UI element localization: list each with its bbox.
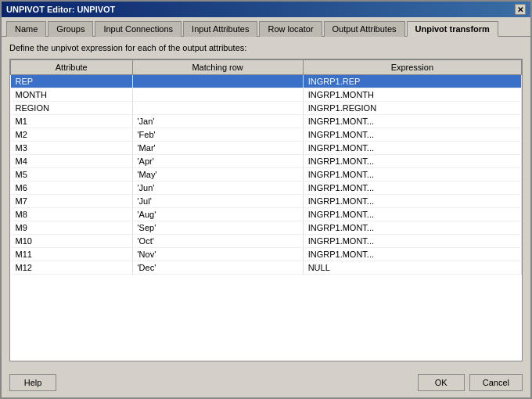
cell-attribute: M12 (11, 261, 133, 275)
cancel-button[interactable]: Cancel (469, 374, 523, 391)
cell-expression: INGRP1.MONT... (303, 221, 521, 235)
cell-attribute: M2 (11, 128, 133, 142)
table-row[interactable]: M10'Oct'INGRP1.MONT... (11, 235, 522, 248)
cell-matching-row: 'Apr' (132, 155, 303, 168)
cell-matching-row (132, 75, 303, 88)
table-row[interactable]: M5'May'INGRP1.MONT... (11, 168, 522, 182)
cell-attribute: M6 (11, 182, 133, 195)
cell-attribute: M8 (11, 208, 133, 221)
cell-attribute: M5 (11, 168, 133, 182)
table-row[interactable]: M9'Sep'INGRP1.MONT... (11, 221, 522, 235)
ok-button[interactable]: OK (418, 374, 465, 391)
cell-attribute: M4 (11, 155, 133, 168)
help-button[interactable]: Help (9, 374, 56, 391)
cell-matching-row (132, 88, 303, 102)
cell-expression: INGRP1.MONT... (303, 168, 521, 182)
cell-matching-row (132, 102, 303, 115)
cell-expression: INGRP1.MONT... (303, 235, 521, 248)
tab-output-attributes[interactable]: Output Attributes (324, 21, 405, 37)
cell-expression: INGRP1.MONT... (303, 248, 521, 261)
close-button[interactable]: ✕ (515, 4, 526, 15)
description-text: Define the unpivot expression for each o… (9, 43, 523, 52)
cell-matching-row: 'Jun' (132, 182, 303, 195)
cell-attribute: MONTH (11, 88, 133, 102)
cell-matching-row: 'Sep' (132, 221, 303, 235)
cell-attribute: M1 (11, 115, 133, 128)
cell-matching-row: 'Jan' (132, 115, 303, 128)
table-row[interactable]: REPINGRP1.REP (11, 75, 522, 88)
table-row[interactable]: M2'Feb'INGRP1.MONT... (11, 128, 522, 142)
cell-attribute: M9 (11, 221, 133, 235)
tab-row-locator[interactable]: Row locator (259, 21, 322, 37)
cell-matching-row: 'Mar' (132, 142, 303, 155)
cell-expression: INGRP1.MONT... (303, 128, 521, 142)
tab-input-connections[interactable]: Input Connections (95, 21, 182, 37)
cell-matching-row: 'Jul' (132, 195, 303, 208)
cell-attribute: M11 (11, 248, 133, 261)
tab-name[interactable]: Name (6, 21, 46, 37)
cell-attribute: M3 (11, 142, 133, 155)
attributes-table-container[interactable]: Attribute Matching row Expression REPING… (9, 59, 523, 361)
table-row[interactable]: M4'Apr'INGRP1.MONT... (11, 155, 522, 168)
title-bar: UNPIVOT Editor: UNPIVOT ✕ (2, 2, 530, 17)
cell-expression: INGRP1.REP (303, 75, 521, 88)
cell-matching-row: 'Oct' (132, 235, 303, 248)
table-row[interactable]: M7'Jul'INGRP1.MONT... (11, 195, 522, 208)
table-row[interactable]: M1'Jan'INGRP1.MONT... (11, 115, 522, 128)
col-header-matching-row: Matching row (132, 60, 303, 75)
footer-right: OK Cancel (418, 374, 523, 391)
table-row[interactable]: M6'Jun'INGRP1.MONT... (11, 182, 522, 195)
footer: Help OK Cancel (2, 368, 530, 397)
table-row[interactable]: M3'Mar'INGRP1.MONT... (11, 142, 522, 155)
col-header-attribute: Attribute (11, 60, 133, 75)
cell-expression: INGRP1.MONT... (303, 182, 521, 195)
tab-input-attributes[interactable]: Input Attributes (183, 21, 257, 37)
cell-matching-row: 'Feb' (132, 128, 303, 142)
cell-expression: INGRP1.MONT... (303, 142, 521, 155)
attributes-table: Attribute Matching row Expression REPING… (10, 59, 522, 275)
cell-matching-row: 'Dec' (132, 261, 303, 275)
cell-expression: INGRP1.MONT... (303, 155, 521, 168)
cell-attribute: M7 (11, 195, 133, 208)
cell-expression: INGRP1.REGION (303, 102, 521, 115)
table-row[interactable]: MONTHINGRP1.MONTH (11, 88, 522, 102)
col-header-expression: Expression (303, 60, 521, 75)
main-content: Define the unpivot expression for each o… (2, 37, 530, 368)
cell-matching-row: 'May' (132, 168, 303, 182)
unpivot-editor-window: UNPIVOT Editor: UNPIVOT ✕ Name Groups In… (0, 0, 532, 399)
table-row[interactable]: M11'Nov'INGRP1.MONT... (11, 248, 522, 261)
tab-groups[interactable]: Groups (48, 21, 93, 37)
table-row[interactable]: REGIONINGRP1.REGION (11, 102, 522, 115)
cell-expression: INGRP1.MONT... (303, 208, 521, 221)
tab-bar: Name Groups Input Connections Input Attr… (2, 17, 530, 37)
tab-unpivot-transform[interactable]: Unpivot transform (407, 21, 498, 37)
cell-attribute: REGION (11, 102, 133, 115)
cell-expression: INGRP1.MONTH (303, 88, 521, 102)
cell-matching-row: 'Aug' (132, 208, 303, 221)
cell-matching-row: 'Nov' (132, 248, 303, 261)
cell-expression: INGRP1.MONT... (303, 195, 521, 208)
window-title: UNPIVOT Editor: UNPIVOT (6, 5, 115, 14)
cell-expression: NULL (303, 261, 521, 275)
table-row[interactable]: M12'Dec'NULL (11, 261, 522, 275)
cell-attribute: REP (11, 75, 133, 88)
cell-attribute: M10 (11, 235, 133, 248)
cell-expression: INGRP1.MONT... (303, 115, 521, 128)
table-row[interactable]: M8'Aug'INGRP1.MONT... (11, 208, 522, 221)
